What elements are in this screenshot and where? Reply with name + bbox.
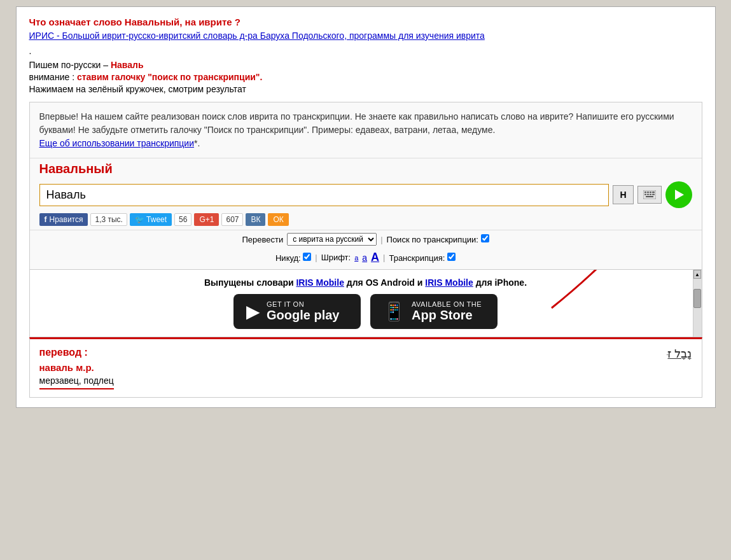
svg-rect-6	[647, 194, 649, 195]
question-title: Что означает слово Навальный, на иврите …	[29, 17, 702, 27]
app-store-text: Available on the App Store	[412, 300, 482, 323]
instruction-1-red: Наваль	[111, 60, 144, 70]
svg-rect-4	[652, 192, 655, 193]
gplus-count: 607	[221, 213, 243, 226]
word-title: Навальный	[30, 158, 702, 181]
translation-meaning: мерзавец, подлец	[39, 375, 114, 389]
tweet-count: 56	[174, 213, 191, 226]
gplus-label: G+1	[199, 215, 214, 224]
vk-button[interactable]: ВК	[246, 213, 265, 226]
font-a2[interactable]: a	[362, 253, 367, 263]
mobile-title-suffix: для iPhone.	[473, 277, 527, 288]
iris-mobile-link-1[interactable]: IRIS Mobile	[296, 277, 344, 288]
translation-word: наваль м.р.	[39, 362, 692, 373]
font-label: Шрифт:	[321, 253, 351, 262]
svg-rect-2	[647, 192, 649, 193]
transcription-link[interactable]: Еще об использовании транскрипции	[39, 138, 194, 148]
dictionary-link[interactable]: ИРИС - Большой иврит-русско-ивритский сл…	[29, 31, 702, 41]
ok-label: ОК	[273, 215, 283, 224]
page-container: Что означает слово Навальный, на иврите …	[16, 6, 716, 408]
main-content-box: Впервые! На нашем сайте реализован поиск…	[29, 102, 702, 270]
tweet-icon: 🐦	[135, 215, 144, 224]
nikud-label: Никуд:	[275, 253, 311, 263]
google-play-icon: ▶	[246, 301, 260, 322]
transcription-label-2: Транскрипция:	[389, 253, 456, 263]
options-row-2: Никуд: | Шрифт: a a А | Транскрипция:	[30, 248, 702, 269]
fb-label: Нравится	[50, 215, 83, 224]
instruction-2: внимание : ставим галочку "поиск по тран…	[29, 72, 702, 82]
svg-rect-3	[650, 192, 651, 193]
store-buttons: ▶ GET IT ON Google play 📱 Available on t…	[39, 294, 692, 329]
info-block: Впервые! На нашем сайте реализован поиск…	[30, 102, 702, 158]
search-row: Н	[30, 181, 702, 213]
separator-3: |	[383, 253, 385, 262]
app-store-icon: 📱	[383, 301, 405, 322]
font-a3[interactable]: А	[371, 251, 379, 264]
translation-label: перевод :	[39, 347, 692, 358]
content-area: Впервые! На нашем сайте реализован поиск…	[29, 102, 702, 398]
social-row: f Нравится 1,3 тыс. 🐦 Tweet 56 G+1 607 В…	[30, 213, 702, 230]
google-play-text: GET IT ON Google play	[267, 300, 339, 323]
translate-direction-select[interactable]: с иврита на русский	[287, 233, 377, 246]
available-on-label: Available on the	[412, 300, 482, 308]
mobile-title-mid: для OS Android и	[344, 277, 425, 288]
instruction-2-red: ставим галочку "поиск по транскрипции".	[77, 72, 262, 82]
transcription-label-text: Поиск по транскрипции:	[387, 235, 478, 244]
play-button[interactable]	[665, 181, 692, 208]
fb-count: 1,3 тыс.	[90, 213, 127, 226]
tweet-button[interactable]: 🐦 Tweet	[130, 213, 172, 226]
dot-line: .	[29, 46, 702, 56]
app-store-name: App Store	[412, 308, 482, 323]
scroll-up-arrow[interactable]: ▲	[693, 270, 701, 279]
transcription-checkbox[interactable]	[481, 234, 489, 242]
separator-1: |	[380, 235, 382, 244]
vk-label: ВК	[251, 215, 260, 224]
search-input[interactable]	[39, 184, 609, 206]
nikud-label-text: Никуд:	[275, 253, 301, 263]
he-button[interactable]: Н	[613, 185, 633, 204]
font-a1[interactable]: a	[354, 254, 358, 262]
keyboard-button[interactable]	[637, 186, 662, 204]
transcription-label: Поиск по транскрипции:	[387, 234, 489, 244]
scrollbar[interactable]: ▲	[693, 270, 702, 337]
transcription-checkbox-2[interactable]	[447, 253, 456, 261]
fb-icon: f	[45, 215, 47, 224]
get-it-on-label: GET IT ON	[267, 300, 339, 308]
instruction-1-prefix: Пишем по-русски –	[29, 60, 111, 70]
instruction-3: Нажимаем на зелёный кружочек, смотрим ре…	[29, 84, 702, 94]
tweet-label: Tweet	[146, 215, 167, 224]
svg-rect-1	[644, 192, 646, 193]
info-text: Впервые! На нашем сайте реализован поиск…	[39, 111, 674, 135]
svg-rect-7	[650, 194, 651, 195]
translation-block: перевод : נָבָל זּ наваль м.р. мерзавец,…	[29, 337, 702, 398]
google-play-button[interactable]: ▶ GET IT ON Google play	[233, 294, 361, 329]
gplus-button[interactable]: G+1	[194, 213, 219, 226]
svg-rect-9	[646, 196, 653, 197]
svg-rect-8	[652, 194, 655, 195]
google-play-name: Google play	[267, 308, 339, 323]
iris-mobile-link-2[interactable]: IRIS Mobile	[425, 277, 473, 288]
mobile-block: Выпущены словари IRIS Mobile для OS Andr…	[29, 270, 702, 337]
keyboard-icon	[643, 190, 656, 199]
facebook-like-button[interactable]: f Нравится	[39, 213, 88, 226]
svg-rect-5	[644, 194, 646, 195]
nikud-checkbox[interactable]	[303, 253, 311, 261]
translate-label: Перевести	[242, 235, 283, 244]
mobile-title-prefix: Выпущены словари	[204, 277, 296, 288]
hebrew-word: נָבָל זּ	[667, 347, 692, 361]
mobile-title: Выпущены словари IRIS Mobile для OS Andr…	[39, 277, 692, 288]
options-row-1: Перевести с иврита на русский | Поиск по…	[30, 230, 702, 248]
scrollbar-thumb[interactable]	[693, 289, 701, 308]
link-suffix: *.	[194, 138, 200, 148]
ok-button[interactable]: ОК	[268, 213, 288, 226]
separator-2: |	[315, 253, 317, 262]
instruction-2-prefix: внимание :	[29, 72, 77, 82]
play-icon	[675, 190, 684, 200]
app-store-button[interactable]: 📱 Available on the App Store	[370, 294, 498, 329]
transcription-label-2-text: Транскрипция:	[389, 253, 445, 263]
instruction-1: Пишем по-русски – Наваль	[29, 60, 702, 70]
